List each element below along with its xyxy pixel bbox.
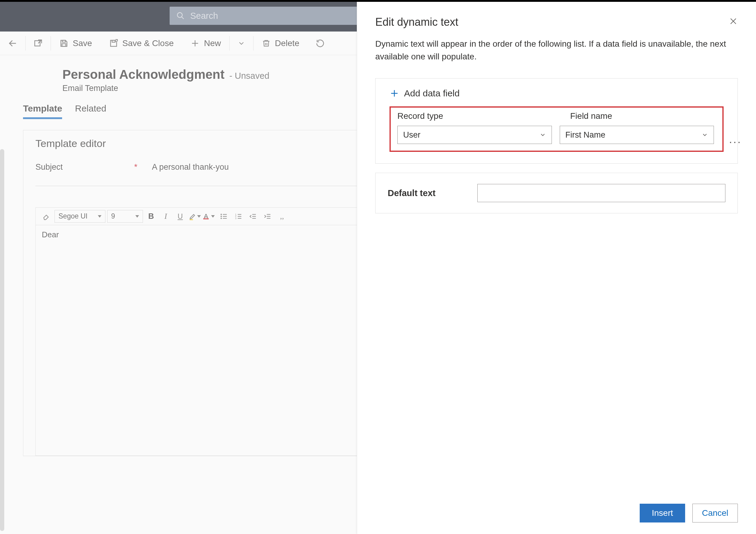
default-text-label: Default text xyxy=(388,188,467,198)
trash-icon xyxy=(262,39,270,47)
chevron-down-icon xyxy=(197,215,201,218)
field-name-header: Field name xyxy=(570,111,714,121)
highlighter-icon xyxy=(189,212,197,220)
data-field-card: Add data field Record type Field name Us… xyxy=(375,78,738,164)
highlight-button[interactable] xyxy=(188,210,201,223)
plus-icon xyxy=(390,89,399,98)
svg-point-14 xyxy=(221,214,221,214)
refresh-icon xyxy=(316,39,325,48)
chevron-down-icon xyxy=(539,131,546,138)
arrow-left-icon xyxy=(8,39,17,48)
new-button[interactable]: New xyxy=(182,32,229,55)
page-title: Personal Acknowledgment xyxy=(62,67,225,82)
search-icon xyxy=(176,12,185,20)
bold-button[interactable]: B xyxy=(145,210,157,223)
field-name-select[interactable]: First Name xyxy=(560,126,714,144)
svg-text:3: 3 xyxy=(235,217,236,219)
save-close-label: Save & Close xyxy=(122,39,174,48)
tab-related[interactable]: Related xyxy=(75,103,106,119)
svg-point-0 xyxy=(177,13,182,17)
subject-label: Subject xyxy=(36,162,132,172)
page-state: - Unsaved xyxy=(229,71,269,81)
edit-dynamic-text-panel: Edit dynamic text Dynamic text will appe… xyxy=(357,2,756,534)
new-label: New xyxy=(204,39,221,48)
close-icon xyxy=(729,17,738,26)
outdent-button[interactable] xyxy=(247,210,259,223)
save-label: Save xyxy=(73,39,92,48)
save-close-icon xyxy=(109,39,118,48)
italic-button[interactable]: I xyxy=(159,210,172,223)
font-color-swatch xyxy=(203,218,209,219)
numbered-list-icon: 123 xyxy=(234,212,242,220)
record-type-header: Record type xyxy=(397,111,541,121)
svg-line-1 xyxy=(182,17,184,19)
default-text-input[interactable] xyxy=(477,184,725,202)
chevron-down-icon xyxy=(701,131,708,138)
svg-point-16 xyxy=(221,218,221,218)
add-data-field-button[interactable]: Add data field xyxy=(390,88,724,105)
bullet-list-button[interactable] xyxy=(217,210,230,223)
row-more-button[interactable]: ··· xyxy=(729,135,742,148)
bullet-list-icon xyxy=(220,212,228,220)
delete-button[interactable]: Delete xyxy=(254,32,308,55)
vertical-scrollbar[interactable] xyxy=(0,149,4,531)
numbered-list-button[interactable]: 123 xyxy=(232,210,245,223)
refresh-button[interactable] xyxy=(308,32,333,55)
save-icon xyxy=(59,39,68,48)
font-size-value: 9 xyxy=(111,212,115,220)
chevron-down-icon xyxy=(211,215,215,218)
plus-icon xyxy=(191,39,200,48)
panel-title: Edit dynamic text xyxy=(375,16,458,28)
indent-icon xyxy=(263,212,271,220)
panel-description: Dynamic text will appear in the order of… xyxy=(375,38,738,63)
popout-button[interactable] xyxy=(26,32,51,55)
popout-icon xyxy=(34,39,43,48)
save-close-button[interactable]: Save & Close xyxy=(100,32,182,55)
underline-button[interactable]: U xyxy=(174,210,187,223)
svg-rect-6 xyxy=(62,43,66,46)
field-name-value: First Name xyxy=(565,130,606,140)
svg-rect-5 xyxy=(62,40,66,42)
clear-format-button[interactable] xyxy=(40,210,53,223)
font-size-select[interactable]: 9 xyxy=(107,210,143,223)
chevron-down-icon xyxy=(237,40,245,47)
insert-button[interactable]: Insert xyxy=(640,504,685,522)
eraser-icon xyxy=(42,212,50,220)
data-field-row-highlight: Record type Field name User First Name ·… xyxy=(390,106,724,152)
panel-footer: Insert Cancel xyxy=(375,504,738,522)
new-chevron[interactable] xyxy=(230,32,253,55)
outdent-icon xyxy=(249,212,257,220)
indent-button[interactable] xyxy=(261,210,274,223)
required-indicator: * xyxy=(134,162,138,172)
font-family-value: Segoe UI xyxy=(59,212,88,220)
chevron-down-icon xyxy=(98,215,101,218)
record-type-value: User xyxy=(403,130,420,140)
tab-template[interactable]: Template xyxy=(23,103,62,119)
record-type-select[interactable]: User xyxy=(397,126,552,144)
delete-label: Delete xyxy=(275,39,299,48)
save-button[interactable]: Save xyxy=(51,32,100,55)
font-family-select[interactable]: Segoe UI xyxy=(55,210,105,223)
chevron-down-icon xyxy=(135,215,139,218)
font-color-button[interactable]: A xyxy=(203,210,216,223)
default-text-card: Default text xyxy=(375,173,738,213)
blockquote-button[interactable]: ,, xyxy=(276,210,288,223)
svg-rect-7 xyxy=(112,40,115,42)
search-placeholder: Search xyxy=(190,11,218,21)
back-button[interactable] xyxy=(0,32,25,55)
svg-rect-3 xyxy=(35,41,40,46)
svg-point-15 xyxy=(221,216,221,216)
add-data-field-label: Add data field xyxy=(404,88,459,98)
panel-close-button[interactable] xyxy=(729,17,738,28)
cancel-button[interactable]: Cancel xyxy=(692,504,738,522)
